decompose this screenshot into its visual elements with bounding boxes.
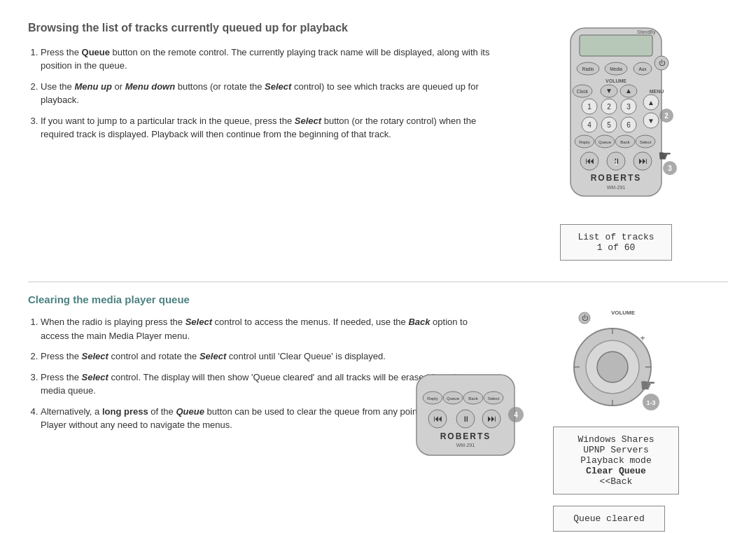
menu-line5: <<Back [565, 476, 667, 487]
svg-text:Select: Select [640, 140, 652, 144]
menu-line1: Windows Shares [565, 434, 667, 445]
svg-text:3: 3 [668, 165, 672, 172]
bold-select-b4: Select [82, 372, 108, 382]
top-step-2: Use the Menu up or Menu down buttons (or… [41, 80, 490, 107]
bold-menu-down: Menu down [125, 81, 176, 92]
svg-text:Select: Select [488, 396, 500, 401]
menu-line4: Clear Queue [565, 466, 667, 476]
svg-text:4: 4 [514, 411, 518, 419]
remote-bottom-svg: Reply Queue Back Select ⏮ ⏸ ⏭ ROBERTS WM… [406, 371, 532, 462]
menu-line3: Playback mode [565, 455, 667, 466]
svg-text:ROBERTS: ROBERTS [440, 431, 491, 441]
svg-text:⏭: ⏭ [638, 155, 648, 166]
bold-select-b2: Select [82, 351, 108, 361]
remote-control-image: StandBy Radio Media Aux ⏻ VOLUME [553, 21, 679, 217]
svg-text:☛: ☛ [640, 375, 656, 396]
bottom-section: Clearing the media player queue When the… [28, 293, 728, 532]
svg-text:1: 1 [614, 159, 617, 166]
svg-text:⏮: ⏮ [585, 155, 594, 166]
bold-menu-up: Menu up [74, 81, 111, 92]
svg-text:StandBy: StandBy [637, 29, 656, 35]
menu-line2: UPNP Servers [565, 445, 667, 455]
right-column-top: StandBy Radio Media Aux ⏻ VOLUME [504, 21, 728, 261]
svg-text:WM-291: WM-291 [456, 443, 475, 448]
left-column: Browsing the list of tracks currently qu… [28, 21, 490, 261]
svg-text:ROBERTS: ROBERTS [591, 173, 642, 183]
display-line1: List of tracks [572, 232, 660, 242]
bold-long-press: long press [102, 406, 148, 417]
knob-svg: ⏻ VOLUME + ☛ [560, 300, 672, 420]
svg-text:Reply: Reply [579, 140, 589, 144]
section-title: Clearing the media player queue [28, 293, 490, 305]
svg-text:▲: ▲ [648, 99, 654, 106]
svg-text:Media: Media [610, 67, 622, 71]
main-title: Browsing the list of tracks currently qu… [28, 21, 490, 36]
svg-text:3: 3 [626, 103, 631, 111]
display-box-top: List of tracks 1 of 60 [560, 224, 672, 261]
svg-text:Queue: Queue [447, 396, 460, 401]
bold-select-2: Select [295, 116, 321, 126]
svg-text:Aux: Aux [638, 67, 647, 71]
svg-text:Reply: Reply [427, 396, 438, 401]
top-step-1: Press the Queue button on the remote con… [41, 46, 490, 73]
svg-text:Back: Back [620, 140, 630, 144]
bold-queue: Queue [82, 47, 110, 57]
bold-select-b1: Select [186, 317, 212, 327]
svg-text:WM-291: WM-291 [607, 185, 626, 190]
cleared-line1: Queue cleared [565, 513, 653, 524]
svg-text:VOLUME: VOLUME [606, 78, 626, 83]
top-section: Browsing the list of tracks currently qu… [28, 21, 728, 261]
svg-text:VOLUME: VOLUME [611, 310, 636, 316]
svg-rect-1 [580, 35, 652, 56]
right-column-bottom: ⏻ VOLUME + ☛ [504, 293, 728, 532]
svg-text:Radio: Radio [582, 67, 594, 71]
svg-text:⏭: ⏭ [487, 413, 496, 424]
svg-text:6: 6 [626, 121, 631, 129]
svg-text:2: 2 [664, 112, 668, 120]
bold-back: Back [408, 317, 430, 327]
top-steps-list: Press the Queue button on the remote con… [28, 46, 490, 141]
svg-text:MENU: MENU [650, 89, 664, 94]
svg-text:⏻: ⏻ [582, 314, 589, 321]
svg-text:⏸: ⏸ [462, 415, 470, 423]
svg-text:5: 5 [607, 121, 611, 129]
display-line2: 1 of 60 [572, 242, 660, 253]
bottom-right-displays: Windows Shares UPNP Servers Playback mod… [553, 427, 679, 532]
svg-text:▲: ▲ [625, 87, 632, 95]
display-box-menu: Windows Shares UPNP Servers Playback mod… [553, 427, 679, 494]
display-box-cleared: Queue cleared [553, 506, 665, 532]
section-divider [28, 282, 728, 282]
svg-text:Clock: Clock [577, 89, 589, 94]
top-step-3: If you want to jump to a particular trac… [41, 114, 490, 141]
bold-select-b3: Select [200, 351, 226, 361]
remote-bottom-image: Reply Queue Back Select ⏮ ⏸ ⏭ ROBERTS WM… [406, 371, 532, 464]
svg-text:1: 1 [587, 103, 592, 111]
svg-text:▼: ▼ [606, 87, 612, 95]
svg-text:1-3: 1-3 [646, 399, 655, 406]
page: Browsing the list of tracks currently qu… [0, 0, 756, 533]
svg-text:⏻: ⏻ [659, 60, 666, 67]
svg-text:⏮: ⏮ [433, 413, 442, 424]
svg-text:▼: ▼ [648, 117, 654, 125]
svg-point-63 [597, 352, 628, 382]
bottom-step-2: Press the Select control and rotate the … [41, 349, 490, 364]
bottom-step-1: When the radio is playing press the Sele… [41, 315, 490, 342]
bold-queue-b: Queue [176, 406, 204, 417]
svg-text:Back: Back [468, 396, 478, 401]
bold-select-1: Select [265, 81, 291, 92]
remote-svg: StandBy Radio Media Aux ⏻ VOLUME [553, 21, 679, 217]
svg-text:2: 2 [607, 103, 611, 111]
knob-image: ⏻ VOLUME + ☛ [560, 300, 672, 420]
svg-text:4: 4 [587, 121, 592, 129]
svg-text:Queue: Queue [598, 140, 612, 144]
